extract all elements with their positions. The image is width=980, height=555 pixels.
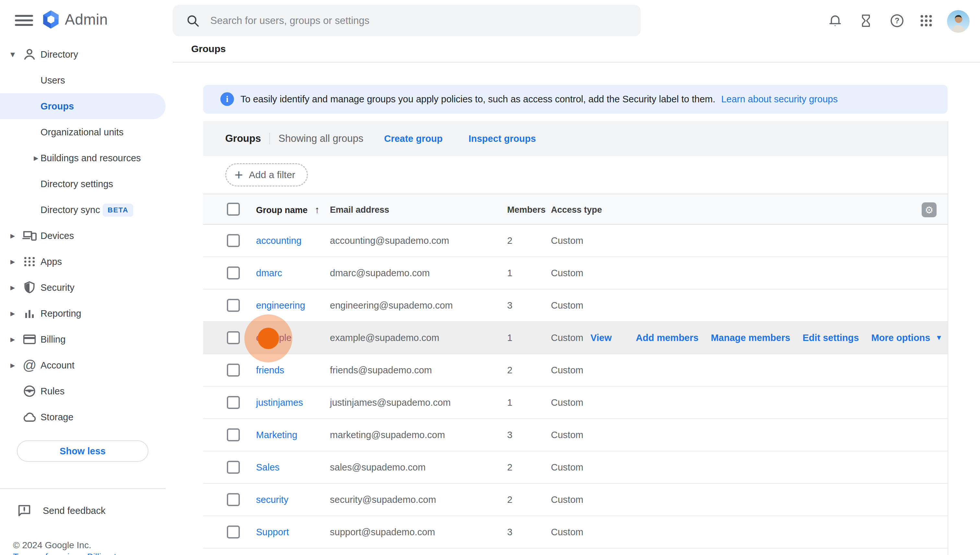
banner-message: To easily identify and manage groups you… [240, 94, 715, 104]
edit-settings-link[interactable]: Edit settings [802, 332, 859, 343]
more-options-button[interactable]: More options▼ [871, 332, 942, 343]
manage-columns-gear-icon[interactable]: ⚙ [922, 202, 937, 217]
group-name-link[interactable]: example [256, 322, 292, 354]
row-checkbox[interactable] [227, 526, 240, 539]
chevron-right-icon[interactable]: ▸ [7, 274, 18, 300]
apps-launcher-icon[interactable] [918, 12, 935, 29]
table-row[interactable]: example example@supademo.com 1 CustomVie… [203, 322, 948, 354]
sidebar-item-account[interactable]: ▸ @ Account [0, 352, 166, 378]
row-checkbox[interactable] [227, 364, 240, 377]
table-row[interactable]: justinjames justinjames@supademo.com 1 C… [203, 387, 948, 419]
row-checkbox[interactable] [227, 234, 240, 247]
view-link[interactable]: View [591, 332, 612, 343]
row-checkbox[interactable] [227, 299, 240, 312]
billing-terms-link[interactable]: Billing terms [87, 552, 137, 555]
column-header-group-name[interactable]: Group name↑ [256, 194, 320, 225]
table-row[interactable]: accounting accounting@supademo.com 2 Cus… [203, 225, 948, 257]
chevron-right-icon[interactable]: ▸ [7, 326, 18, 352]
sort-ascending-icon[interactable]: ↑ [315, 204, 320, 215]
create-group-button[interactable]: Create group [384, 133, 443, 144]
table-row[interactable]: engineering engineering@supademo.com 3 C… [203, 289, 948, 322]
table-row[interactable]: Support support@supademo.com 3 Custom [203, 516, 948, 549]
group-name-link[interactable]: engineering [256, 289, 305, 321]
group-access-type: Custom [551, 462, 583, 472]
help-icon[interactable]: ? [888, 12, 906, 29]
content-divider [173, 62, 980, 63]
chevron-right-icon[interactable]: ▸ [7, 300, 18, 326]
sidebar-item-buildings-and-resources[interactable]: ▸ Buildings and resources [0, 145, 166, 171]
copyright-text: © 2024 Google Inc. [13, 540, 92, 550]
row-checkbox[interactable] [227, 331, 240, 344]
chevron-right-icon[interactable]: ▸ [31, 145, 42, 171]
select-all-checkbox[interactable] [227, 203, 240, 216]
svg-text:?: ? [895, 16, 900, 25]
group-members-count: 3 [507, 289, 512, 321]
cell-access: Custom [551, 354, 583, 386]
row-checkbox[interactable] [227, 461, 240, 474]
cell-access: Custom [551, 225, 583, 257]
group-name-link[interactable]: Support [256, 516, 289, 548]
table-row[interactable]: friends friends@supademo.com 2 Custom [203, 354, 948, 387]
column-header-email-address[interactable]: Email address [330, 194, 389, 225]
add-filter-button[interactable]: + Add a filter [225, 163, 308, 186]
column-header-members[interactable]: Members [507, 194, 546, 225]
chevron-right-icon[interactable]: ▸ [7, 223, 18, 249]
search-bar[interactable] [173, 5, 641, 36]
cell-access: Custom [551, 387, 583, 419]
row-checkbox[interactable] [227, 428, 240, 441]
sidebar-item-devices[interactable]: ▸ Devices [0, 223, 166, 249]
chevron-right-icon[interactable]: ▸ [7, 249, 18, 274]
sidebar-item-security[interactable]: ▸ Security [0, 274, 166, 300]
terms-of-service-link[interactable]: Terms of service [13, 552, 79, 555]
learn-about-security-groups-link[interactable]: Learn about security groups [721, 94, 838, 104]
table-row[interactable]: Sales sales@supademo.com 2 Custom [203, 451, 948, 484]
tasks-hourglass-icon[interactable] [858, 12, 874, 29]
group-members-count: 3 [507, 516, 512, 548]
sidebar-item-rules[interactable]: Rules [0, 378, 166, 404]
group-members-count: 1 [507, 387, 512, 419]
row-checkbox[interactable] [227, 396, 240, 409]
add-members-link[interactable]: Add members [636, 332, 698, 343]
table-row[interactable]: security security@supademo.com 2 Custom [203, 484, 948, 516]
user-avatar[interactable] [947, 10, 970, 33]
table-row[interactable]: dmarc dmarc@supademo.com 1 Custom [203, 257, 948, 289]
manage-members-link[interactable]: Manage members [711, 332, 790, 343]
sidebar-item-directory-sync[interactable]: Directory sync BETA [0, 197, 166, 223]
sidebar-item-billing[interactable]: ▸ Billing [0, 326, 166, 352]
sidebar-item-apps[interactable]: ▸ Apps [0, 249, 166, 274]
hamburger-menu-icon[interactable] [15, 15, 33, 27]
chevron-right-icon[interactable]: ▸ [7, 352, 18, 378]
group-name-link[interactable]: friends [256, 354, 284, 386]
chevron-down-icon[interactable]: ▾ [7, 42, 18, 67]
group-name-link[interactable]: Marketing [256, 419, 297, 451]
row-checkbox[interactable] [227, 266, 240, 279]
inspect-groups-button[interactable]: Inspect groups [468, 133, 536, 144]
search-input[interactable] [210, 14, 641, 27]
sidebar-item-storage[interactable]: Storage [0, 404, 166, 430]
group-name-link[interactable]: dmarc [256, 257, 282, 289]
footer-links: Terms of service - Billing terms - [13, 552, 142, 555]
group-name-link[interactable]: security [256, 484, 288, 515]
sidebar-item-groups[interactable]: Groups [0, 93, 166, 119]
cell-access: Custom [551, 257, 583, 289]
table-row[interactable]: Marketing marketing@supademo.com 3 Custo… [203, 419, 948, 451]
page-title-tab[interactable]: Groups [191, 43, 226, 55]
group-access-type: Custom [551, 527, 583, 537]
sidebar-item-organizational-units[interactable]: Organizational units [0, 119, 166, 145]
filter-bar: + Add a filter [203, 156, 948, 194]
sidebar-item-users[interactable]: Users [0, 67, 166, 93]
group-name-link[interactable]: accounting [256, 225, 301, 257]
group-name-link[interactable]: Sales [256, 451, 280, 483]
notifications-bell-icon[interactable] [827, 12, 843, 29]
sidebar-item-directory[interactable]: ▾ Directory [0, 42, 166, 67]
group-name-link[interactable]: justinjames [256, 387, 303, 419]
sidebar-nav: ▾ Directory Users Groups Organizational … [0, 42, 166, 555]
product-name: Admin [65, 11, 108, 28]
row-checkbox[interactable] [227, 493, 240, 506]
column-header-access-type[interactable]: Access type [551, 194, 602, 225]
sidebar-item-reporting[interactable]: ▸ Reporting [0, 300, 166, 326]
show-less-button[interactable]: Show less [17, 440, 148, 462]
sidebar-divider [0, 488, 166, 489]
sidebar-item-directory-settings[interactable]: Directory settings [0, 171, 166, 197]
send-feedback-button[interactable]: Send feedback [17, 500, 105, 521]
